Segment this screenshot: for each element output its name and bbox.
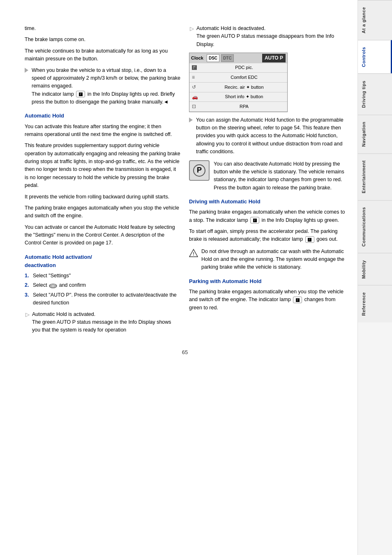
step-3: 3. Select "AUTO P". Press the controller… (25, 291, 181, 307)
display-row-rear: 🚗 Short info ✦ button (189, 92, 287, 102)
intro-time: time. (25, 25, 181, 32)
auto-hold-p5: You can activate or cancel the Automatic… (25, 223, 181, 247)
driving-p1: The parking brake engages automatically … (189, 208, 345, 224)
driving-heading: Driving with Automatic Hold (189, 198, 345, 206)
sidebar: At a glance Controls Driving tips Naviga… (357, 0, 392, 555)
driving-p2: To start off again, simply press the acc… (189, 228, 345, 244)
info-display-topbar: Clock DSC DTC AUTO P (189, 53, 287, 63)
brake-lamps-text: The brake lamps come on. (25, 36, 181, 44)
recirc-icon-cell: ↺ (192, 83, 203, 91)
rear-icon-cell: 🚗 (192, 93, 203, 101)
indicator-lamp-icon: 🅿 (76, 91, 85, 97)
arrow-activated: ▷ Automatic Hold is activated. The green… (25, 311, 181, 334)
sidebar-tab-navigation[interactable]: Navigation (358, 115, 392, 153)
info-display-screenshot: Clock DSC DTC AUTO P 🅿 PDC pic. ≡ Comfor… (189, 53, 288, 112)
sidebar-tab-driving-tips[interactable]: Driving tips (358, 74, 392, 115)
parking-p1: The parking brake engages automatically … (189, 288, 345, 312)
arrow-right-icon-2: ▷ (190, 25, 194, 48)
bars-icon-cell: ≡ (192, 74, 203, 81)
brake-auto-text: The vehicle continues to brake automatic… (25, 47, 181, 63)
car-symbol-icon (48, 283, 58, 288)
warning-icon-svg: ! (189, 249, 198, 258)
note-triangle-icon (25, 68, 28, 73)
note-block-1: When you brake the vehicle to a virtual … (25, 67, 181, 106)
display-row-pdc: 🅿 PDC pic. (189, 63, 287, 73)
note-triangle-icon-2 (189, 117, 193, 122)
note1-text: When you brake the vehicle to a virtual … (32, 67, 181, 106)
warning-block: ! Do not drive through an automatic car … (189, 248, 345, 272)
rpa-icon-cell: ⊡ (192, 103, 203, 111)
display-row-rpa: ⊡ RPA (189, 102, 287, 112)
sidebar-tab-at-a-glance[interactable]: At a glance (358, 0, 392, 40)
p-button-container: P (189, 160, 210, 181)
auto-p-label: AUTO P (262, 54, 286, 62)
warning-triangle-icon: ! (189, 249, 198, 272)
sidebar-tab-communications[interactable]: Communications (358, 200, 392, 253)
sidebar-tab-entertainment[interactable]: Entertainment (358, 153, 392, 200)
step-2: 2. Select and confirm (25, 281, 181, 289)
sidebar-tab-controls[interactable]: Controls (358, 40, 392, 74)
note2-text: You can assign the Automatic Hold functi… (196, 116, 345, 156)
dsc-label: DSC (207, 54, 219, 62)
auto-hold-p4: The parking brake engages automatically … (25, 204, 181, 220)
dtc-label: DTC (221, 54, 234, 62)
arrow-deactivated: ▷ Automatic Hold is deactivated. The gre… (189, 25, 345, 48)
sidebar-tab-mobility[interactable]: Mobility (358, 253, 392, 286)
main-content: time. The brake lamps come on. The vehic… (0, 0, 357, 555)
right-column: ▷ Automatic Hold is deactivated. The gre… (189, 25, 345, 337)
indicator-lamp-icon-3: 🅿 (305, 236, 314, 243)
note-block-2: You can assign the Automatic Hold functi… (189, 116, 345, 156)
auto-hold-p2: This feature provides supplementary supp… (25, 142, 181, 189)
display-row-recirc: ↺ Recirc. air ✦ button (189, 83, 287, 92)
sidebar-tab-reference[interactable]: Reference (358, 285, 392, 322)
p-letter: P (193, 164, 205, 177)
indicator-lamp-icon-4: 🅿 (293, 297, 302, 303)
p-button-block: P You can also deactivate Automatic Hold… (189, 160, 345, 192)
left-column: time. The brake lamps come on. The vehic… (25, 25, 181, 337)
automatic-hold-heading: Automatic Hold (25, 112, 181, 120)
auto-hold-p1: You can activate this feature after star… (25, 123, 181, 139)
warning-text: Do not drive through an automatic car wa… (201, 248, 345, 272)
parking-heading: Parking with Automatic Hold (189, 277, 345, 286)
parking-icon-cell: 🅿 (192, 64, 203, 72)
step-1: 1. Select "Settings" (25, 272, 181, 280)
arrow-right-icon: ▷ (25, 311, 30, 334)
display-row-comfort: ≡ Comfort EDC (189, 73, 287, 83)
indicator-lamp-icon-2: 🅿 (250, 217, 259, 223)
auto-hold-p3: It prevents the vehicle from rolling bac… (25, 193, 181, 201)
p-button-note-text: You can also deactivate Automatic Hold b… (214, 160, 345, 192)
p-button-visual: P (189, 160, 210, 181)
svg-text:!: ! (193, 251, 194, 256)
activation-heading: Automatic Hold activation/deactivation (25, 253, 181, 269)
clock-label: Clock (191, 55, 203, 62)
page-number: 65 (25, 349, 345, 355)
steps-list: 1. Select "Settings" 2. Select and confi… (25, 272, 181, 307)
